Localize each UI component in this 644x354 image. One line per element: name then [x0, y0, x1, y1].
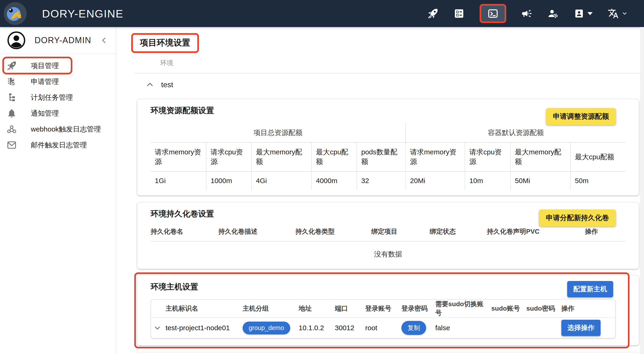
host-table: 主机标识名 主机分组 地址 端口 登录账号 登录密码 需要sudo切换账号 su…: [150, 299, 616, 338]
host-column-header: 地址: [299, 304, 335, 313]
quota-column-header: 请求memory资源: [406, 143, 465, 172]
host-column-header: 操作: [561, 304, 615, 313]
env-row-test[interactable]: test: [117, 73, 644, 96]
quota-column-header: 最大memory配额: [510, 143, 570, 172]
tasks-tree-icon: [6, 92, 17, 103]
pv-column-header: 持久化卷类型: [296, 227, 371, 236]
rocket-icon[interactable]: [427, 8, 438, 19]
host-actions-button[interactable]: 选择操作: [561, 320, 600, 336]
sidebar-item-label: 邮件触发日志管理: [31, 140, 87, 150]
quota-value: 10m: [465, 172, 510, 190]
persistent-volume-card: 环境持久化卷设置 申请分配新持久化卷 持久化卷名 持久化卷描述 持久化卷类型 绑…: [137, 202, 639, 269]
pv-column-header: 操作: [585, 227, 626, 236]
scrollbar[interactable]: [640, 27, 644, 354]
page-title: 项目环境设置: [131, 33, 199, 53]
quota-column-header: pods数量配额: [357, 143, 406, 172]
email-icon: [6, 140, 17, 150]
quota-value: 20Mi: [406, 172, 465, 190]
megaphone-icon[interactable]: [521, 8, 532, 19]
webhook-icon: [6, 124, 17, 134]
terminal-icon[interactable]: [480, 4, 506, 23]
sidebar-item-project-management[interactable]: 项目管理: [0, 58, 116, 74]
ballot-icon[interactable]: [454, 8, 465, 19]
host-column-header: 端口: [335, 304, 365, 313]
card-title: 环境主机设置: [150, 281, 639, 292]
quota-group-project-total: 项目总资源配额: [150, 123, 406, 143]
row-expander[interactable]: [151, 324, 166, 332]
bell-icon: [6, 108, 17, 119]
main-content: 项目环境设置 环境 test 环境资源配额设置 申请调整资源配额 项目总资源配额…: [117, 27, 644, 354]
badge-icon[interactable]: [574, 8, 593, 19]
resource-quota-card: 环境资源配额设置 申请调整资源配额 项目总资源配额 容器默认资源配额 请求mem…: [137, 99, 639, 195]
sidebar-item-email-logs[interactable]: 邮件触发日志管理: [0, 137, 116, 153]
host-column-header: 需要sudo切换账号: [435, 300, 491, 317]
quota-value: 50m: [570, 172, 626, 190]
host-name: test-project1-node01: [166, 324, 242, 332]
translate-icon[interactable]: [608, 8, 628, 19]
host-column-header: 主机标识名: [166, 304, 242, 313]
sidebar: DORY-ADMIN 项目管理: [0, 27, 116, 354]
sidebar-item-label: webhook触发日志管理: [31, 125, 101, 134]
sidebar-item-label: 项目管理: [31, 61, 59, 71]
empty-state-text: 没有数据: [137, 242, 639, 264]
rocket-icon: [6, 61, 17, 71]
host-table-header: 主机标识名 主机分组 地址 端口 登录账号 登录密码 需要sudo切换账号 su…: [151, 300, 615, 318]
request-new-pv-button[interactable]: 申请分配新持久化卷: [539, 209, 616, 226]
quota-value: 4Gi: [252, 172, 312, 190]
pv-column-header: 持久化卷声明PVC: [487, 227, 585, 236]
copy-password-button[interactable]: 复制: [402, 321, 426, 335]
sidebar-user-name: DORY-ADMIN: [34, 35, 91, 45]
pv-column-header: 持久化卷描述: [218, 227, 296, 236]
sidebar-item-label: 计划任务管理: [31, 93, 73, 102]
pv-column-header: 绑定状态: [430, 227, 487, 236]
sidebar-collapse-button[interactable]: [99, 35, 109, 45]
host-card: 环境主机设置 配置新主机 主机标识名 主机分组 地址 端口 登录账号 登录密码 …: [137, 275, 639, 345]
quota-column-header: 请求memory资源: [150, 143, 206, 172]
chevron-left-icon: [99, 35, 109, 45]
quota-column-header: 最大memory配额: [252, 143, 312, 172]
app-title: DORY-ENGINE: [42, 7, 123, 20]
host-column-header: 主机分组: [242, 304, 299, 313]
host-column-header: 登录密码: [402, 304, 435, 313]
avatar: [7, 31, 26, 50]
quota-value: 50Mi: [510, 172, 570, 190]
database-card: 环境数据库设置 配置新数据库 数据库标识名 JDBC连接串 连接账号 连接密码 …: [137, 352, 639, 354]
quota-column-header: 请求cpu资源: [206, 143, 252, 172]
host-column-header: sudo密码: [526, 304, 561, 313]
quota-value: 4000m: [312, 172, 357, 190]
user-settings-icon[interactable]: [547, 8, 558, 19]
quota-value: 1Gi: [150, 172, 206, 190]
sidebar-item-webhook-logs[interactable]: webhook触发日志管理: [0, 121, 116, 137]
env-name: test: [161, 80, 173, 89]
chevron-up-icon[interactable]: [145, 80, 154, 89]
host-sudo-required: false: [435, 324, 491, 332]
quota-value: 1000m: [206, 172, 252, 190]
pv-table-header: 持久化卷名 持久化卷描述 持久化卷类型 绑定项目 绑定状态 持久化卷声明PVC …: [150, 227, 626, 236]
approval-icon: [6, 76, 17, 87]
appbar-actions: [427, 4, 628, 23]
chevron-down-icon: [622, 10, 628, 16]
request-quota-adjust-button[interactable]: 申请调整资源配额: [546, 108, 616, 125]
host-column-header: sudo账号: [491, 304, 526, 313]
env-table-header: 环境: [160, 58, 644, 67]
chevron-down-icon: [153, 324, 162, 332]
sidebar-user-row: DORY-ADMIN: [0, 27, 116, 54]
sidebar-item-request-management[interactable]: 申请管理: [0, 74, 116, 90]
host-port: 30012: [335, 324, 365, 332]
sidebar-item-notifications[interactable]: 通知管理: [0, 105, 116, 121]
chevron-down-icon: [588, 12, 593, 15]
host-group-chip: group_demo: [242, 322, 290, 335]
configure-new-host-button[interactable]: 配置新主机: [567, 281, 613, 297]
sidebar-menu: 项目管理 申请管理: [0, 54, 116, 153]
sidebar-item-scheduled-tasks[interactable]: 计划任务管理: [0, 90, 116, 105]
host-card-annotation-wrap: 环境主机设置 配置新主机 主机标识名 主机分组 地址 端口 登录账号 登录密码 …: [117, 275, 644, 345]
quota-group-container-default: 容器默认资源配额: [406, 123, 626, 143]
host-column-header: 登录账号: [365, 304, 402, 313]
host-table-row: test-project1-node01 group_demo 10.1.0.2…: [151, 318, 615, 338]
sidebar-item-label: 申请管理: [31, 77, 59, 87]
quota-column-header: 最大cpu配额: [570, 143, 626, 172]
dory-fish-logo: [4, 2, 26, 25]
quota-value: 32: [357, 172, 406, 190]
quota-column-header: 最大cpu配额: [312, 143, 357, 172]
quota-table: 项目总资源配额 容器默认资源配额 请求memory资源 请求cpu资源 最大me…: [150, 123, 626, 190]
